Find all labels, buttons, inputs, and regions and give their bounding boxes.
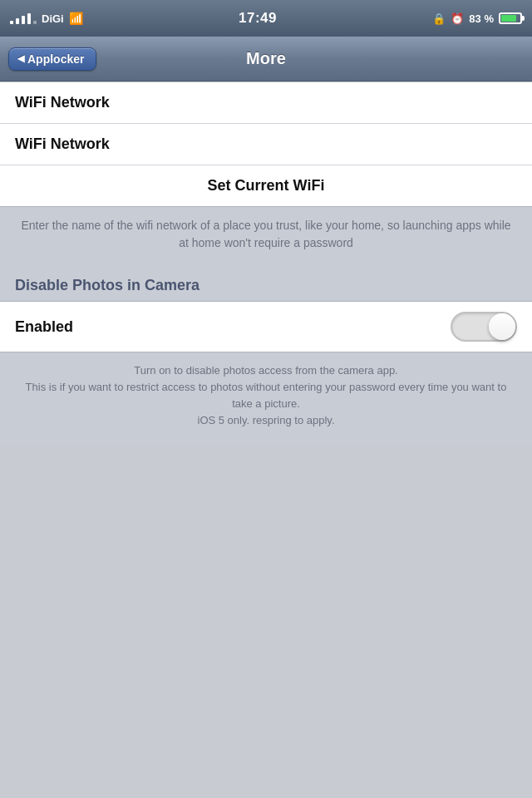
carrier-name: DiGi bbox=[42, 12, 64, 25]
back-button[interactable]: Applocker bbox=[8, 47, 96, 71]
signal-dot-5 bbox=[33, 21, 37, 24]
status-bar: DiGi 📶 17:49 🔒 ⏰ 83 % bbox=[0, 0, 532, 37]
set-current-wifi-row[interactable]: Set Current WiFi bbox=[0, 165, 532, 206]
toggle-row[interactable]: Enabled bbox=[0, 301, 532, 352]
camera-footer-line2: This is if you want to restrict access t… bbox=[26, 381, 507, 410]
wifi-row-1[interactable] bbox=[0, 82, 532, 124]
status-time: 17:49 bbox=[239, 10, 277, 27]
wifi-settings-group: Set Current WiFi bbox=[0, 81, 532, 207]
lock-icon: 🔒 bbox=[432, 12, 446, 25]
signal-dot-4 bbox=[27, 13, 31, 24]
camera-footer-text: Turn on to disable photos access from th… bbox=[0, 352, 532, 443]
battery-container bbox=[499, 12, 522, 24]
status-right: 🔒 ⏰ 83 % bbox=[432, 12, 522, 25]
signal-bars bbox=[10, 13, 37, 24]
toggle-knob bbox=[489, 313, 515, 340]
wifi-row-2[interactable] bbox=[0, 124, 532, 165]
signal-dot-3 bbox=[22, 16, 25, 24]
set-current-wifi-label: Set Current WiFi bbox=[208, 177, 325, 195]
battery-icon bbox=[499, 12, 522, 24]
wifi-network-input-1[interactable] bbox=[15, 94, 517, 111]
battery-percent: 83 % bbox=[469, 12, 494, 25]
camera-section-header: Disable Photos in Camera bbox=[0, 265, 532, 301]
signal-dot-2 bbox=[16, 18, 19, 24]
content-area: Set Current WiFi Enter the name of the w… bbox=[0, 81, 532, 443]
toggle-label: Enabled bbox=[15, 318, 73, 336]
enabled-toggle[interactable] bbox=[451, 312, 517, 342]
nav-title: More bbox=[246, 49, 286, 68]
camera-footer-line1: Turn on to disable photos access from th… bbox=[134, 364, 397, 377]
wifi-icon: 📶 bbox=[69, 12, 83, 25]
wifi-network-input-2[interactable] bbox=[15, 135, 517, 153]
clock-icon: ⏰ bbox=[451, 12, 464, 25]
signal-dot-1 bbox=[10, 21, 13, 24]
status-left: DiGi 📶 bbox=[10, 12, 83, 25]
nav-bar: Applocker More bbox=[0, 37, 532, 81]
camera-footer-line3: iOS 5 only. respring to apply. bbox=[198, 414, 335, 426]
battery-fill bbox=[501, 15, 516, 22]
wifi-description: Enter the name of the wifi network of a … bbox=[0, 207, 532, 265]
